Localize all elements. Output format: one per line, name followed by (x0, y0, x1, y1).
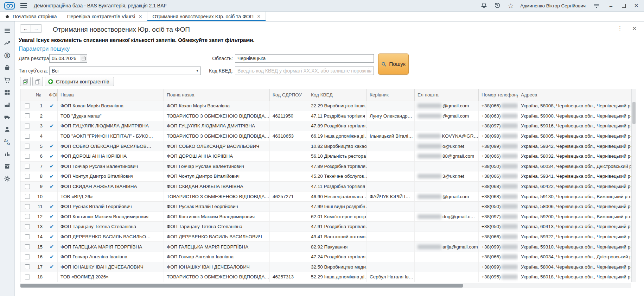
table-row[interactable]: 1 ✔ ФОП Кохан Марія Василівна ФОП Кохан … (20, 101, 632, 111)
cell-address: Україна, 60422, Чернівецька обл., Чернів… (518, 182, 632, 191)
table-row[interactable]: 16 ✔ ФОП Гончар Ангеліна Іванівна ФОП Го… (20, 252, 632, 262)
horizontal-scrollbar-thumb[interactable] (20, 284, 463, 288)
row-checkbox[interactable] (25, 154, 30, 159)
cell-head: Лунгу Олександр… (367, 111, 415, 121)
search-button[interactable]: Пошук (378, 53, 409, 75)
table-row[interactable]: 14 ✔ ФОП ДЕРЕВЕНКО ВАСИЛЬ ВАСИЛЬО… ФОП Д… (20, 232, 632, 242)
sidebar-trend-chart-icon[interactable] (0, 37, 15, 49)
sidebar-settings-gear-icon[interactable] (0, 172, 15, 185)
table-row[interactable]: 13 ✔ ФОП Тарицану Тетяна Степанівна ФОП … (20, 222, 632, 232)
cell-full-name: ФОП Чонтул Дмитро Віталійович (164, 171, 270, 181)
table-row[interactable]: 4 ТОВ "АОКП "ГРИФОН КЕПІТАЛ" - БУКО… ТОВ… (20, 131, 632, 141)
table-row[interactable]: 12 ✔ ФОП Костинюк Максим Володимирович Ф… (20, 212, 632, 222)
table-row[interactable]: 7 ✔ ФОП Гончар Руслан Валентинович ФОП Г… (20, 162, 632, 172)
table-row[interactable]: 11 ✔ ФОП Руснак Віталій Георгійович ФОП … (20, 202, 632, 212)
sidebar-reports-bar-chart-icon[interactable] (0, 148, 15, 160)
redacted-email (417, 103, 441, 108)
row-checkbox[interactable] (25, 184, 30, 189)
sidebar-production-factory-icon[interactable] (0, 99, 15, 111)
column-header-kved[interactable]: Код КВЕД (308, 89, 367, 101)
close-window-button[interactable]: ✕ (631, 1, 641, 10)
column-header-fop[interactable]: ФОП (46, 89, 58, 101)
main-menu-icon[interactable] (20, 3, 27, 8)
create-counterparties-button[interactable]: Створити контрагентів (45, 77, 114, 86)
horizontal-scrollbar[interactable] (20, 283, 631, 288)
select-all-button[interactable] (20, 77, 31, 86)
row-checkbox[interactable] (25, 194, 30, 199)
row-checkbox[interactable] (25, 164, 30, 169)
calendar-picker-button[interactable] (80, 54, 87, 63)
column-header-email[interactable]: Ел пошта (415, 89, 479, 101)
deselect-all-button[interactable] (32, 77, 43, 86)
sidebar-delivery-truck-icon[interactable] (0, 111, 15, 123)
row-checkbox[interactable] (25, 214, 30, 219)
region-input[interactable] (235, 54, 374, 63)
row-checkbox[interactable] (25, 275, 30, 279)
table-row[interactable]: 9 ✔ ФОП СКИДАН АНЖЕЛА ІВАНІВНА ФОП СКИДА… (20, 182, 632, 192)
table-row[interactable]: 2 ТОВ "Дудка магаз" ТОВАРИСТВО З ОБМЕЖЕН… (20, 111, 632, 121)
vertical-scrollbar-thumb[interactable] (632, 102, 636, 124)
tab-home[interactable]: Початкова сторінка (0, 12, 62, 21)
forward-button[interactable]: → (31, 24, 42, 33)
back-button[interactable]: ← (20, 24, 31, 33)
row-checkbox[interactable] (25, 224, 30, 229)
table-row[interactable]: 10 ТОВ «ВРД-26» ТОВАРИСТВО З ОБМЕЖЕНОЮ В… (20, 191, 632, 202)
row-checkbox[interactable] (25, 103, 30, 108)
row-checkbox[interactable] (25, 264, 30, 269)
column-header-phone[interactable]: Номер телефону (479, 89, 518, 101)
table-row[interactable]: 18 ТОВ «ВОЛМЕД 2026» ТОВАРИСТВО З ОБМЕЖЕ… (20, 272, 632, 282)
notifications-bell-icon[interactable] (480, 2, 488, 10)
row-checkbox[interactable] (25, 113, 30, 118)
table-row[interactable]: 8 ✔ ФОП Чонтул Дмитро Віталійович ФОП Чо… (20, 171, 632, 182)
sidebar-purchases-bag-icon[interactable] (0, 62, 15, 74)
table-row[interactable]: 15 ✔ ФОП ГАЛЕЦЬКА МАРІЯ ГЕОРГІЇВНА ФОП Г… (20, 242, 632, 252)
chevron-down-icon[interactable]: ▼ (194, 67, 200, 75)
tab-new-entities[interactable]: Отримання новостворених Юр. осіб та ФОП … (147, 12, 266, 21)
subject-type-select[interactable]: Всі ▼ (49, 67, 201, 75)
sidebar-sales-cart-icon[interactable] (0, 74, 15, 86)
current-user-name[interactable]: Админенко Віктор Сергійович (520, 3, 586, 8)
table-row[interactable]: 17 ✔ ФОП ІОНАШКУ ІВАН ДЕЧЕБАЛОВИЧ ФОП ІО… (20, 262, 632, 272)
tab-vkursi-check[interactable]: Перевірка контрагентів Vkursi ✕ (62, 12, 148, 21)
sidebar-references-package-icon[interactable] (0, 160, 15, 172)
row-checkbox[interactable] (25, 124, 30, 128)
close-panel-icon[interactable]: ✕ (632, 25, 637, 32)
column-header-name[interactable]: Назва (58, 89, 164, 101)
sidebar-main-menu-icon[interactable] (0, 25, 15, 37)
row-checkbox[interactable] (25, 244, 30, 249)
sidebar-nomenclature-grid-icon[interactable] (0, 86, 15, 99)
reg-date-input[interactable] (49, 54, 80, 63)
tab-close-icon[interactable]: ✕ (139, 14, 142, 19)
minimize-button[interactable]: – (606, 1, 616, 10)
column-header-checkbox[interactable] (20, 89, 33, 101)
kved-input[interactable] (235, 67, 374, 75)
vertical-scrollbar[interactable] (631, 89, 636, 282)
row-checkbox[interactable] (25, 234, 30, 239)
row-checkbox[interactable] (25, 134, 30, 139)
column-header-head[interactable]: Керівник (367, 89, 415, 101)
cell-edrpou (270, 242, 308, 252)
table-row[interactable]: 6 ✔ ФОП ДОРОШ АННА ЮРІЇВНА ФОП ДОРОШ АНН… (20, 151, 632, 162)
row-checkbox[interactable] (25, 254, 30, 259)
column-header-full-name[interactable]: Повна назва (164, 89, 270, 101)
cell-edrpou (270, 262, 308, 272)
column-header-address[interactable]: Адреса (518, 89, 632, 101)
favorites-star-icon[interactable]: ☆ (507, 2, 515, 10)
sidebar-hryvnia-money-icon[interactable]: ₴ (0, 49, 15, 62)
column-header-edrpou[interactable]: Код ЄДРПОУ (270, 89, 308, 101)
row-checkbox[interactable] (25, 144, 30, 149)
sidebar-hr-person-icon[interactable] (0, 123, 15, 136)
row-checkbox[interactable] (25, 174, 30, 179)
tab-close-icon[interactable]: ✕ (257, 14, 261, 19)
search-params-group-title[interactable]: Параметри пошуку (19, 45, 70, 52)
history-icon[interactable] (493, 2, 501, 10)
row-checkbox[interactable] (25, 204, 30, 209)
sidebar-dt-kt-operations-icon[interactable]: ДтКт (0, 136, 15, 148)
column-header-num[interactable]: № (33, 89, 46, 101)
table-row[interactable]: 5 ✔ ФОП СОБКО ОЛЕКСАНДР ВАСИЛЬОВ… ФОП СО… (20, 141, 632, 151)
more-actions-kebab-icon[interactable]: ⋮ (617, 25, 623, 32)
customize-panel-icon[interactable] (593, 2, 600, 10)
row-number: 4 (33, 131, 46, 141)
maximize-button[interactable] (619, 1, 629, 10)
table-row[interactable]: 3 ✔ ФОП ГУЦУЛЯК ЛЮДМИЛА ДМИТРІВНА ФОП ГУ… (20, 121, 632, 131)
